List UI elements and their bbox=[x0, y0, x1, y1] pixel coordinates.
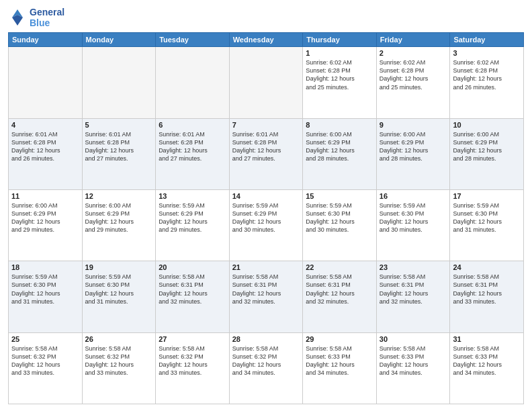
day-info: Sunrise: 6:00 AM Sunset: 6:29 PM Dayligh… bbox=[85, 201, 153, 234]
day-number: 21 bbox=[232, 263, 300, 271]
day-info: Sunrise: 6:01 AM Sunset: 6:28 PM Dayligh… bbox=[85, 130, 153, 163]
day-cell: 24Sunrise: 5:58 AM Sunset: 6:31 PM Dayli… bbox=[450, 261, 524, 332]
day-header-saturday: Saturday bbox=[450, 33, 524, 47]
day-number: 12 bbox=[85, 192, 153, 200]
day-number: 2 bbox=[380, 49, 447, 57]
day-info: Sunrise: 5:58 AM Sunset: 6:31 PM Dayligh… bbox=[232, 273, 300, 306]
day-cell: 13Sunrise: 5:59 AM Sunset: 6:29 PM Dayli… bbox=[156, 189, 230, 261]
day-cell: 18Sunrise: 5:59 AM Sunset: 6:30 PM Dayli… bbox=[9, 261, 83, 332]
day-cell: 25Sunrise: 5:58 AM Sunset: 6:32 PM Dayli… bbox=[9, 332, 83, 404]
week-row-2: 4Sunrise: 6:01 AM Sunset: 6:28 PM Daylig… bbox=[9, 118, 524, 189]
day-number: 3 bbox=[453, 49, 521, 57]
day-number: 8 bbox=[306, 121, 373, 129]
day-cell: 4Sunrise: 6:01 AM Sunset: 6:28 PM Daylig… bbox=[9, 118, 83, 189]
day-cell: 21Sunrise: 5:58 AM Sunset: 6:31 PM Dayli… bbox=[229, 261, 303, 332]
day-number: 14 bbox=[232, 192, 300, 200]
day-number: 4 bbox=[11, 121, 79, 129]
day-header-sunday: Sunday bbox=[9, 33, 83, 47]
day-header-monday: Monday bbox=[82, 33, 156, 47]
day-info: Sunrise: 5:58 AM Sunset: 6:31 PM Dayligh… bbox=[380, 273, 447, 306]
day-number: 15 bbox=[306, 192, 373, 200]
day-cell: 17Sunrise: 5:59 AM Sunset: 6:30 PM Dayli… bbox=[450, 189, 524, 261]
day-number: 20 bbox=[159, 263, 226, 271]
day-cell: 29Sunrise: 5:58 AM Sunset: 6:33 PM Dayli… bbox=[303, 332, 377, 404]
day-info: Sunrise: 6:01 AM Sunset: 6:28 PM Dayligh… bbox=[159, 130, 226, 163]
day-number: 27 bbox=[159, 335, 226, 343]
day-info: Sunrise: 5:59 AM Sunset: 6:30 PM Dayligh… bbox=[11, 273, 79, 306]
day-cell: 12Sunrise: 6:00 AM Sunset: 6:29 PM Dayli… bbox=[82, 189, 156, 261]
day-number: 18 bbox=[11, 263, 79, 271]
day-cell: 30Sunrise: 5:58 AM Sunset: 6:33 PM Dayli… bbox=[376, 332, 450, 404]
day-cell: 8Sunrise: 6:00 AM Sunset: 6:29 PM Daylig… bbox=[303, 118, 377, 189]
logo-text: General Blue bbox=[30, 7, 64, 28]
day-info: Sunrise: 6:02 AM Sunset: 6:28 PM Dayligh… bbox=[453, 58, 521, 91]
day-cell: 9Sunrise: 6:00 AM Sunset: 6:29 PM Daylig… bbox=[376, 118, 450, 189]
day-cell: 15Sunrise: 5:59 AM Sunset: 6:30 PM Dayli… bbox=[303, 189, 377, 261]
week-row-1: 1Sunrise: 6:02 AM Sunset: 6:28 PM Daylig… bbox=[9, 47, 524, 118]
day-info: Sunrise: 5:58 AM Sunset: 6:31 PM Dayligh… bbox=[306, 273, 373, 306]
day-number: 22 bbox=[306, 263, 373, 271]
day-cell bbox=[229, 47, 303, 118]
day-info: Sunrise: 5:58 AM Sunset: 6:33 PM Dayligh… bbox=[453, 345, 521, 377]
day-info: Sunrise: 5:59 AM Sunset: 6:30 PM Dayligh… bbox=[453, 201, 521, 234]
week-row-4: 18Sunrise: 5:59 AM Sunset: 6:30 PM Dayli… bbox=[9, 261, 524, 332]
day-info: Sunrise: 5:59 AM Sunset: 6:30 PM Dayligh… bbox=[85, 273, 153, 306]
day-info: Sunrise: 5:59 AM Sunset: 6:29 PM Dayligh… bbox=[159, 201, 226, 234]
day-number: 23 bbox=[380, 263, 447, 271]
day-number: 11 bbox=[11, 192, 79, 200]
day-info: Sunrise: 5:59 AM Sunset: 6:30 PM Dayligh… bbox=[380, 201, 447, 234]
day-number: 13 bbox=[159, 192, 226, 200]
day-cell bbox=[156, 47, 230, 118]
day-info: Sunrise: 6:02 AM Sunset: 6:28 PM Dayligh… bbox=[380, 58, 447, 91]
day-cell: 3Sunrise: 6:02 AM Sunset: 6:28 PM Daylig… bbox=[450, 47, 524, 118]
week-row-3: 11Sunrise: 6:00 AM Sunset: 6:29 PM Dayli… bbox=[9, 189, 524, 261]
day-header-friday: Friday bbox=[376, 33, 450, 47]
day-number: 10 bbox=[453, 121, 521, 129]
day-number: 30 bbox=[380, 335, 447, 343]
day-cell: 27Sunrise: 5:58 AM Sunset: 6:32 PM Dayli… bbox=[156, 332, 230, 404]
day-info: Sunrise: 5:58 AM Sunset: 6:32 PM Dayligh… bbox=[232, 345, 300, 377]
day-info: Sunrise: 5:59 AM Sunset: 6:29 PM Dayligh… bbox=[232, 201, 300, 234]
day-info: Sunrise: 5:58 AM Sunset: 6:31 PM Dayligh… bbox=[453, 273, 521, 306]
day-cell: 1Sunrise: 6:02 AM Sunset: 6:28 PM Daylig… bbox=[303, 47, 377, 118]
day-cell: 2Sunrise: 6:02 AM Sunset: 6:28 PM Daylig… bbox=[376, 47, 450, 118]
day-cell: 23Sunrise: 5:58 AM Sunset: 6:31 PM Dayli… bbox=[376, 261, 450, 332]
day-cell: 19Sunrise: 5:59 AM Sunset: 6:30 PM Dayli… bbox=[82, 261, 156, 332]
day-info: Sunrise: 6:00 AM Sunset: 6:29 PM Dayligh… bbox=[11, 201, 79, 234]
day-cell: 10Sunrise: 6:00 AM Sunset: 6:29 PM Dayli… bbox=[450, 118, 524, 189]
day-number: 7 bbox=[232, 121, 300, 129]
day-header-thursday: Thursday bbox=[303, 33, 377, 47]
day-cell: 28Sunrise: 5:58 AM Sunset: 6:32 PM Dayli… bbox=[229, 332, 303, 404]
day-cell: 7Sunrise: 6:01 AM Sunset: 6:28 PM Daylig… bbox=[229, 118, 303, 189]
day-number: 17 bbox=[453, 192, 521, 200]
day-info: Sunrise: 6:02 AM Sunset: 6:28 PM Dayligh… bbox=[306, 58, 373, 91]
header-row: SundayMondayTuesdayWednesdayThursdayFrid… bbox=[9, 33, 524, 47]
day-info: Sunrise: 6:00 AM Sunset: 6:29 PM Dayligh… bbox=[306, 130, 373, 163]
day-number: 5 bbox=[85, 121, 153, 129]
day-number: 26 bbox=[85, 335, 153, 343]
day-info: Sunrise: 5:59 AM Sunset: 6:30 PM Dayligh… bbox=[306, 201, 373, 234]
day-header-wednesday: Wednesday bbox=[229, 33, 303, 47]
day-cell: 5Sunrise: 6:01 AM Sunset: 6:28 PM Daylig… bbox=[82, 118, 156, 189]
day-info: Sunrise: 5:58 AM Sunset: 6:33 PM Dayligh… bbox=[306, 345, 373, 377]
day-number: 24 bbox=[453, 263, 521, 271]
day-cell bbox=[82, 47, 156, 118]
week-row-5: 25Sunrise: 5:58 AM Sunset: 6:32 PM Dayli… bbox=[9, 332, 524, 404]
day-info: Sunrise: 6:01 AM Sunset: 6:28 PM Dayligh… bbox=[232, 130, 300, 163]
day-info: Sunrise: 6:00 AM Sunset: 6:29 PM Dayligh… bbox=[453, 130, 521, 163]
day-number: 1 bbox=[306, 49, 373, 57]
calendar-table: SundayMondayTuesdayWednesdayThursdayFrid… bbox=[8, 32, 524, 404]
day-number: 9 bbox=[380, 121, 447, 129]
day-number: 16 bbox=[380, 192, 447, 200]
day-cell: 6Sunrise: 6:01 AM Sunset: 6:28 PM Daylig… bbox=[156, 118, 230, 189]
day-info: Sunrise: 5:58 AM Sunset: 6:32 PM Dayligh… bbox=[85, 345, 153, 377]
day-cell: 20Sunrise: 5:58 AM Sunset: 6:31 PM Dayli… bbox=[156, 261, 230, 332]
day-header-tuesday: Tuesday bbox=[156, 33, 230, 47]
day-info: Sunrise: 5:58 AM Sunset: 6:33 PM Dayligh… bbox=[380, 345, 447, 377]
page: General Blue SundayMondayTuesdayWednesda… bbox=[0, 0, 532, 411]
logo: General Blue bbox=[8, 7, 64, 28]
day-number: 25 bbox=[11, 335, 79, 343]
day-number: 19 bbox=[85, 263, 153, 271]
header: General Blue bbox=[8, 7, 524, 28]
day-number: 31 bbox=[453, 335, 521, 343]
